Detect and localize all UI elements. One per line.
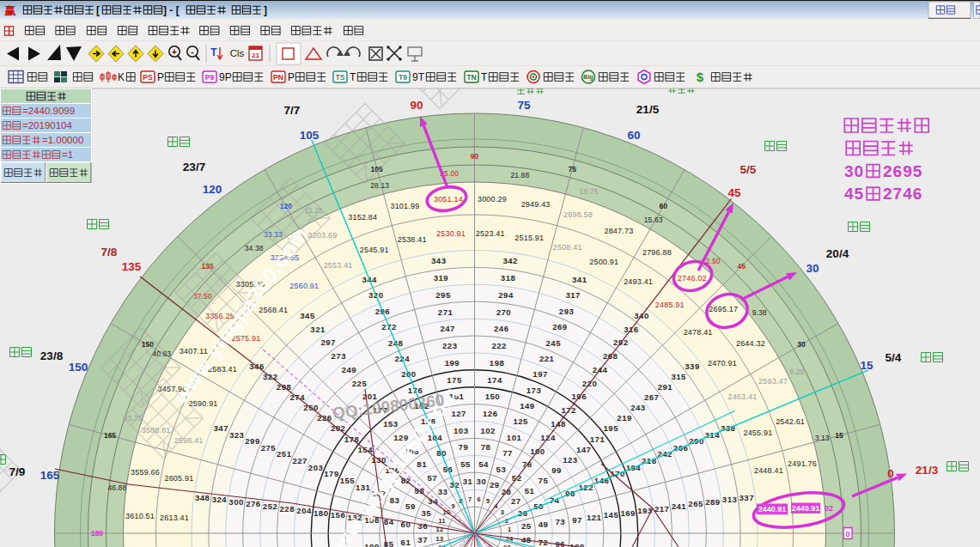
svg-text:198: 198 [490, 358, 505, 368]
svg-text:+: + [172, 47, 177, 57]
svg-text:270: 270 [496, 307, 512, 317]
svg-text:300: 300 [228, 497, 244, 507]
svg-text:P: P [157, 71, 164, 83]
svg-text:2463.41: 2463.41 [727, 392, 757, 401]
svg-text:96: 96 [555, 539, 565, 547]
svg-text:153: 153 [383, 419, 399, 428]
svg-text:2485.91: 2485.91 [655, 301, 685, 309]
svg-text:P: P [288, 71, 295, 83]
svg-text:49: 49 [539, 520, 549, 529]
svg-text:Cls: Cls [230, 48, 245, 58]
svg-text:2455.91: 2455.91 [743, 428, 772, 437]
svg-text:126: 126 [483, 409, 498, 418]
svg-text:342: 342 [502, 256, 518, 265]
svg-text:297: 297 [320, 337, 336, 347]
svg-text:2590.91: 2590.91 [189, 399, 218, 408]
svg-text:2949.43: 2949.43 [521, 200, 551, 209]
svg-text:3051.14: 3051.14 [434, 195, 463, 204]
svg-text:175: 175 [447, 375, 462, 385]
svg-text:3203.69: 3203.69 [307, 231, 337, 240]
svg-text:321: 321 [310, 325, 326, 334]
svg-text:赢: 赢 [4, 4, 16, 17]
svg-text:337: 337 [740, 493, 755, 502]
svg-text:99: 99 [551, 465, 562, 475]
svg-text:18.75: 18.75 [580, 187, 599, 196]
svg-text:46.88: 46.88 [108, 483, 127, 492]
svg-text:35: 35 [421, 508, 431, 518]
svg-text:293: 293 [559, 307, 575, 316]
svg-text:150: 150 [485, 392, 501, 401]
svg-text:21.88: 21.88 [511, 171, 530, 179]
svg-text:347: 347 [214, 423, 229, 433]
svg-text:317: 317 [565, 290, 581, 300]
svg-text:57: 57 [427, 473, 437, 483]
svg-text:2847.73: 2847.73 [604, 227, 633, 235]
svg-text:1: 1 [508, 526, 511, 533]
svg-text:5: 5 [486, 497, 490, 505]
svg-text:T: T [210, 46, 217, 58]
svg-text:105: 105 [300, 129, 320, 142]
svg-text:30: 30 [797, 340, 806, 349]
svg-text:221: 221 [539, 354, 555, 363]
svg-text:83: 83 [390, 495, 400, 505]
svg-text:13: 13 [435, 535, 443, 543]
svg-text:249: 249 [342, 365, 357, 374]
svg-text:155: 155 [340, 476, 356, 485]
svg-text:2508.41: 2508.41 [553, 243, 582, 252]
svg-text:TS: TS [336, 73, 345, 82]
svg-text:78: 78 [481, 442, 491, 452]
svg-text:45: 45 [727, 186, 741, 199]
svg-text:2448.41: 2448.41 [754, 466, 783, 475]
svg-text:21/3: 21/3 [916, 464, 939, 477]
svg-text:2523.41: 2523.41 [476, 229, 505, 238]
svg-text:6.25: 6.25 [789, 368, 804, 376]
svg-text:30: 30 [806, 262, 819, 275]
svg-text:]: ] [264, 4, 267, 16]
svg-text:2515.91: 2515.91 [514, 234, 544, 242]
svg-text:30: 30 [477, 477, 487, 486]
svg-text:295: 295 [435, 290, 451, 300]
svg-text:TN: TN [466, 73, 476, 82]
svg-text:97: 97 [572, 515, 582, 525]
svg-text:90: 90 [471, 152, 479, 161]
svg-text:36: 36 [417, 521, 428, 531]
svg-text:3: 3 [501, 508, 504, 516]
svg-text:2493.41: 2493.41 [624, 277, 653, 286]
svg-text:7/8: 7/8 [101, 246, 118, 258]
svg-text:2695.17: 2695.17 [709, 305, 738, 313]
svg-text:T9: T9 [399, 73, 407, 82]
svg-text:3559.66: 3559.66 [131, 468, 160, 477]
svg-text:2470.91: 2470.91 [708, 359, 737, 368]
svg-text:171: 171 [590, 435, 606, 444]
svg-text:246: 246 [494, 324, 509, 333]
svg-text:7/9: 7/9 [9, 465, 26, 478]
svg-text:273: 273 [332, 351, 347, 361]
svg-text:-: - [191, 47, 193, 57]
svg-text:60: 60 [401, 520, 411, 529]
svg-text:9: 9 [451, 502, 454, 510]
svg-text:T: T [481, 71, 488, 83]
svg-text:90: 90 [410, 99, 423, 112]
svg-text:2530.91: 2530.91 [436, 229, 466, 238]
svg-text:227: 227 [292, 456, 307, 465]
svg-text:9T: 9T [412, 71, 425, 83]
svg-text:318: 318 [501, 273, 516, 283]
svg-text:25: 25 [521, 521, 532, 531]
svg-text:21/5: 21/5 [636, 103, 660, 116]
svg-text:31: 31 [463, 477, 473, 486]
svg-text:37: 37 [417, 535, 428, 544]
svg-text:40.63: 40.63 [152, 349, 171, 358]
svg-text:[: [ [96, 4, 100, 16]
svg-text:20/4: 20/4 [826, 247, 849, 260]
svg-text:21: 21 [252, 52, 259, 59]
svg-text:3152.84: 3152.84 [348, 213, 377, 222]
svg-text:135: 135 [122, 260, 142, 273]
svg-text:=20190104: =20190104 [22, 120, 72, 131]
svg-text:23/7: 23/7 [183, 161, 205, 173]
svg-text:195: 195 [604, 423, 619, 433]
svg-text:77: 77 [502, 448, 513, 458]
svg-text:75: 75 [517, 99, 531, 112]
svg-text:9P: 9P [219, 71, 232, 83]
svg-text:2605.91: 2605.91 [164, 474, 193, 483]
svg-text:243: 243 [630, 403, 646, 412]
